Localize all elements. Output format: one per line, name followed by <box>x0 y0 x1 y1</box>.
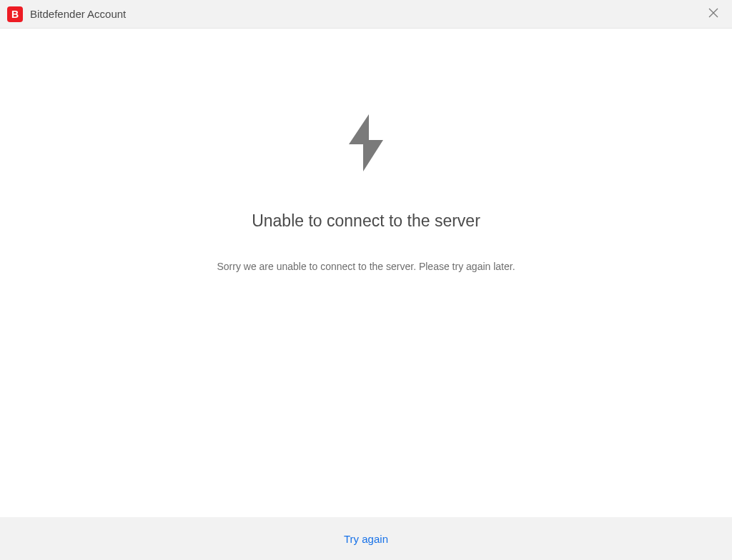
close-button[interactable] <box>699 0 728 29</box>
app-window: B Bitdefender Account Unable to connect … <box>0 0 732 560</box>
content-area: Unable to connect to the server Sorry we… <box>0 29 732 517</box>
footer-bar: Try again <box>0 517 732 560</box>
bitdefender-icon: B <box>7 6 23 22</box>
error-heading: Unable to connect to the server <box>252 211 480 231</box>
close-icon <box>708 8 718 21</box>
titlebar: B Bitdefender Account <box>0 0 732 29</box>
svg-marker-2 <box>349 114 383 171</box>
error-subtext: Sorry we are unable to connect to the se… <box>217 261 515 272</box>
window-title: Bitdefender Account <box>30 8 126 20</box>
bolt-icon <box>346 114 386 174</box>
app-icon-letter: B <box>11 9 19 20</box>
try-again-button[interactable]: Try again <box>344 533 388 545</box>
